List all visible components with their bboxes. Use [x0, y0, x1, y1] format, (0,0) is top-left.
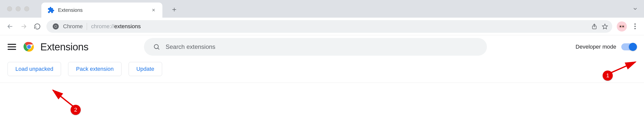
tabs-dropdown-button[interactable]	[632, 6, 638, 12]
new-tab-button[interactable]	[169, 4, 180, 15]
forward-button[interactable]	[19, 22, 28, 31]
address-url: chrome://extensions	[91, 23, 141, 30]
tab-title: Extensions	[58, 7, 150, 13]
pack-extension-button[interactable]: Pack extension	[68, 62, 121, 76]
developer-mode-label: Developer mode	[576, 44, 616, 50]
update-button[interactable]: Update	[129, 62, 162, 76]
load-unpacked-button[interactable]: Load unpacked	[8, 62, 61, 76]
svg-point-7	[622, 25, 624, 27]
address-bar[interactable]: Chrome chrome://extensions	[46, 20, 612, 33]
search-icon	[153, 43, 160, 50]
svg-point-6	[620, 25, 622, 27]
reload-button[interactable]	[33, 22, 42, 31]
svg-line-13	[53, 90, 73, 106]
search-extensions[interactable]	[144, 38, 487, 56]
browser-menu-button[interactable]	[631, 23, 638, 29]
svg-point-2	[55, 25, 57, 27]
close-window-button[interactable]	[7, 6, 12, 11]
extensions-header: Extensions Developer mode	[0, 35, 644, 58]
browser-toolbar: Chrome chrome://extensions	[0, 18, 644, 35]
developer-buttons-row: Load unpacked Pack extension Update	[0, 58, 644, 83]
address-separator	[87, 23, 87, 30]
minimize-window-button[interactable]	[16, 6, 21, 11]
address-vendor-label: Chrome	[63, 23, 83, 30]
annotation-badge-1: 1	[603, 71, 613, 81]
close-tab-button[interactable]	[150, 6, 157, 14]
window-tab-strip: Extensions	[0, 0, 644, 18]
menu-button[interactable]	[8, 44, 16, 50]
window-controls	[7, 6, 29, 11]
bookmark-star-icon[interactable]	[602, 23, 608, 30]
svg-line-12	[610, 62, 635, 73]
fullscreen-window-button[interactable]	[24, 6, 29, 11]
extension-icon	[47, 7, 54, 14]
back-button[interactable]	[6, 22, 15, 31]
search-input[interactable]	[166, 43, 478, 50]
developer-mode-toggle[interactable]	[621, 43, 636, 50]
share-icon[interactable]	[591, 23, 598, 30]
svg-point-11	[154, 45, 158, 49]
browser-tab[interactable]: Extensions	[41, 3, 162, 18]
annotation-badge-2: 2	[71, 105, 81, 115]
site-chrome-icon	[52, 23, 59, 30]
page-title: Extensions	[40, 41, 89, 53]
profile-avatar[interactable]	[617, 21, 627, 31]
chrome-logo-icon	[23, 41, 40, 53]
